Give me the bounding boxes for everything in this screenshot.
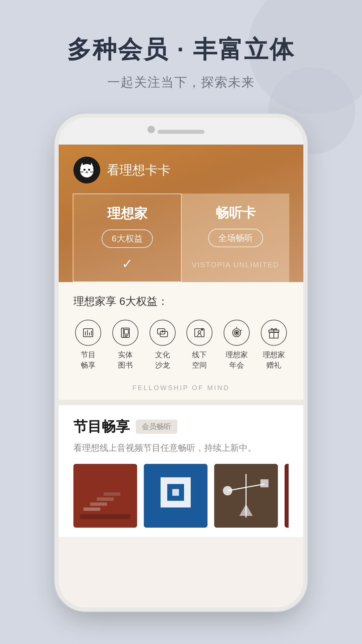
cat-logo — [73, 157, 100, 183]
svg-rect-49 — [260, 479, 268, 487]
benefit-annual: 理想家年会 — [222, 320, 251, 371]
svg-rect-44 — [172, 489, 179, 496]
svg-rect-17 — [124, 329, 128, 334]
header-section: 多种会员 · 丰富立体 一起关注当下，探索未来 — [0, 0, 362, 111]
listen-tag: 全场畅听 — [208, 229, 263, 247]
section-divider — [59, 400, 303, 405]
benefit-space: 线下空间 — [185, 320, 214, 371]
idealist-check: ✓ — [122, 256, 133, 271]
svg-rect-36 — [83, 507, 100, 511]
phone-camera — [147, 126, 155, 133]
phone-container: 看理想卡卡 理想家 6大权益 ✓ 畅听卡 全场畅听 — [0, 111, 362, 607]
benefit-gift: 理想家赠礼 — [259, 320, 289, 371]
svg-point-29 — [236, 332, 238, 334]
svg-point-48 — [223, 486, 232, 495]
benefit-salon-label: 文化沙龙 — [155, 350, 170, 371]
benefit-book-icon — [112, 320, 138, 346]
phone-screen: 看理想卡卡 理想家 6大权益 ✓ 畅听卡 全场畅听 — [59, 145, 303, 607]
fellowship-text: FELLOWSHIP OF MIND — [59, 379, 303, 400]
benefit-program: 节目畅享 — [73, 320, 103, 371]
benefits-title: 理想家享 6大权益： — [73, 294, 289, 309]
svg-rect-39 — [104, 492, 120, 496]
benefit-book-label: 实体图书 — [118, 350, 133, 371]
benefit-program-label: 节目畅享 — [81, 350, 96, 371]
brand-name: 看理想卡卡 — [107, 162, 171, 179]
svg-point-25 — [198, 331, 201, 333]
app-content: 看理想卡卡 理想家 6大权益 ✓ 畅听卡 全场畅听 — [59, 145, 303, 607]
benefit-salon: 文化沙龙 — [148, 320, 177, 371]
benefit-salon-icon — [149, 320, 176, 346]
thumbnails-row — [73, 464, 289, 528]
svg-point-3 — [83, 169, 85, 171]
thumbnail-4[interactable] — [285, 464, 289, 528]
listen-card[interactable]: 畅听卡 全场畅听 VISTOPIA UNLIMITED — [182, 194, 289, 282]
listen-title: 畅听卡 — [216, 204, 256, 222]
listen-subtitle: VISTOPIA UNLIMITED — [192, 261, 279, 269]
svg-rect-38 — [97, 497, 114, 501]
thumbnail-1[interactable] — [73, 464, 137, 528]
membership-cards: 理想家 6大权益 ✓ 畅听卡 全场畅听 VISTOPIA UNLIMITED — [73, 194, 289, 282]
benefit-gift-icon — [261, 320, 287, 346]
app-header: 看理想卡卡 理想家 6大权益 ✓ 畅听卡 全场畅听 — [59, 145, 303, 282]
benefit-gift-label: 理想家赠礼 — [263, 350, 285, 371]
idealist-card[interactable]: 理想家 6大权益 ✓ — [73, 194, 182, 282]
phone-speaker — [158, 130, 204, 134]
svg-point-26 — [201, 329, 203, 330]
svg-point-5 — [86, 171, 87, 172]
program-header: 节目畅享 会员畅听 — [73, 417, 289, 436]
svg-rect-51 — [285, 464, 289, 528]
brand-row: 看理想卡卡 — [73, 157, 289, 183]
idealist-title: 理想家 — [107, 204, 147, 223]
benefit-program-icon — [75, 320, 101, 346]
svg-point-4 — [88, 169, 90, 171]
benefits-section: 理想家享 6大权益： — [59, 282, 303, 379]
main-title: 多种会员 · 丰富立体 — [0, 34, 362, 66]
idealist-tag: 6大权益 — [102, 229, 153, 248]
svg-point-2 — [80, 164, 94, 177]
benefit-annual-label: 理想家年会 — [226, 350, 248, 371]
main-subtitle: 一起关注当下，探索未来 — [0, 74, 362, 91]
benefit-book: 实体图书 — [111, 320, 140, 371]
program-title: 节目畅享 — [73, 417, 130, 436]
benefits-grid: 节目畅享 — [73, 320, 289, 371]
svg-line-31 — [241, 330, 242, 331]
benefit-space-label: 线下空间 — [192, 350, 207, 371]
thumbnail-2[interactable] — [144, 464, 207, 528]
svg-rect-37 — [90, 502, 107, 506]
thumbnail-3[interactable] — [214, 464, 278, 528]
program-desc: 看理想线上音视频节目任意畅听，持续上新中。 — [73, 441, 289, 454]
phone-frame: 看理想卡卡 理想家 6大权益 ✓ 畅听卡 全场畅听 — [59, 118, 303, 607]
benefit-annual-icon — [224, 320, 250, 346]
program-badge: 会员畅听 — [136, 420, 177, 434]
svg-rect-40 — [80, 514, 130, 519]
benefit-space-icon — [186, 320, 213, 346]
program-section: 节目畅享 会员畅听 看理想线上音视频节目任意畅听，持续上新中。 — [59, 405, 303, 537]
